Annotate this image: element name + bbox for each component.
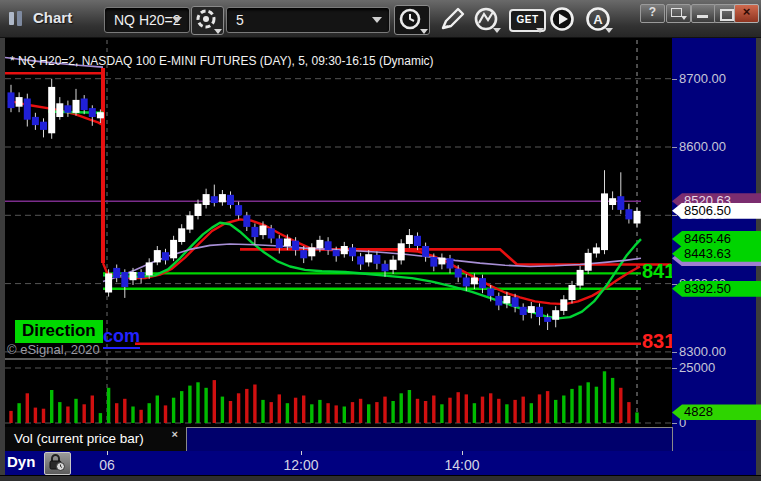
price-flag: 8443.63 [672, 246, 761, 262]
gear-caret-icon [214, 29, 222, 34]
symbol-combo[interactable]: NQ H20=2 [104, 7, 190, 33]
axis-tick-mark [672, 147, 677, 148]
time-axis-tick [107, 451, 108, 455]
close-button[interactable]: × [734, 4, 759, 23]
watermark-link[interactable]: com [103, 326, 140, 349]
time-axis-tick [462, 451, 463, 455]
get-caret-icon [536, 28, 544, 33]
price-flag: 8506.50 [672, 203, 761, 219]
alerts-a-button[interactable]: A [584, 6, 614, 33]
axis-tick-label: 8700.00 [679, 71, 726, 87]
time-lock-button[interactable] [44, 452, 71, 475]
maximize-icon [720, 9, 734, 21]
time-axis-label: 14:00 [444, 457, 479, 473]
time-axis-tick [301, 451, 302, 455]
axis-tick-label: 8600.00 [679, 139, 726, 155]
interval-value: 5 [236, 12, 244, 28]
minimize-button[interactable] [691, 4, 716, 23]
price-flag: 4828 [672, 404, 761, 420]
chevron-down-icon[interactable] [172, 17, 182, 23]
chevron-down-icon[interactable] [372, 17, 382, 23]
axis-tick-mark [672, 284, 677, 285]
direction-indicator-label: Direction [15, 320, 103, 343]
help-button[interactable]: ? [640, 4, 665, 23]
studies-caret-icon [493, 28, 501, 33]
time-axis-pane[interactable]: Dyn 0612:0014:00 [5, 451, 756, 475]
axis-tick-mark [672, 423, 677, 424]
axis-tick-mark [672, 352, 677, 353]
axis-tick-mark [672, 368, 677, 369]
replay-play-button[interactable] [548, 6, 578, 33]
chart-plot-area[interactable] [5, 38, 672, 451]
time-axis-label: 06 [99, 457, 115, 473]
window-title: Chart [33, 9, 72, 26]
chart-app-icon [9, 11, 27, 26]
title-bar[interactable]: Chart NQ H20=2 5 [0, 0, 761, 38]
float-window-button[interactable] [666, 4, 691, 23]
close-study-icon[interactable]: × [172, 429, 178, 440]
copyright-text: © eSignal, 2020 [7, 342, 100, 357]
volume-tab-label: Vol (current price bar) [14, 431, 144, 446]
time-template-button[interactable] [394, 5, 430, 35]
clock-caret-icon [420, 29, 428, 34]
symbol-info-line: * NQ H20=2, NASDAQ 100 E-MINI FUTURES (D… [10, 54, 434, 68]
settings-gear-button[interactable] [191, 6, 224, 35]
interval-combo[interactable]: 5 [226, 7, 390, 33]
axis-tick-mark [672, 79, 677, 80]
caret-down-icon [681, 16, 687, 20]
tab-strip-background [186, 427, 673, 452]
dynamic-session-label: Dyn [7, 453, 35, 470]
axis-tick-label: 25000 [679, 360, 715, 376]
symbol-value: NQ H20=2 [114, 12, 181, 28]
price-axis-pane[interactable]: 8700.008600.008500.008400.008300.008520.… [672, 38, 756, 451]
draw-pencil-button[interactable] [437, 6, 467, 33]
price-flag: 8392.50 [672, 281, 761, 297]
axis-tick-label: 8300.00 [679, 344, 726, 360]
play-icon [548, 6, 578, 33]
lock-clock-icon [45, 453, 68, 472]
chart-window: Chart NQ H20=2 5 [0, 0, 761, 481]
studies-button[interactable] [472, 6, 502, 33]
pencil-icon [437, 6, 467, 33]
axis-tick-mark [672, 215, 677, 216]
time-axis-label: 12:00 [283, 457, 318, 473]
alerts-caret-icon [605, 28, 613, 33]
svg-text:A: A [593, 12, 603, 27]
minimize-icon [697, 15, 708, 18]
window-bottom-frame [0, 475, 761, 481]
price-flag: 8465.46 [672, 231, 761, 247]
volume-study-tab[interactable]: Vol (current price bar) × [5, 427, 186, 451]
